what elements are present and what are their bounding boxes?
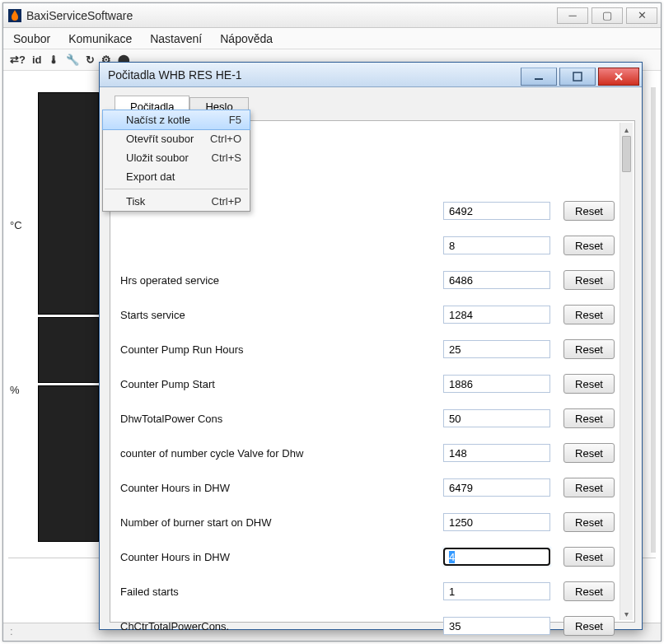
dialog-client: Počitadla Heslo Načíst z kotleF5Otevřít …: [100, 87, 642, 629]
menu-item-label: Export dat: [126, 170, 241, 183]
axis-percent-label: %: [10, 384, 20, 396]
counter-row: Hrs operated serviceReset: [120, 263, 615, 297]
counter-input[interactable]: [443, 271, 550, 289]
counter-label: Starts service: [120, 309, 443, 321]
menu-soubor[interactable]: Soubor: [13, 32, 50, 45]
counter-rows: ResetResetHrs operated serviceResetStart…: [120, 195, 615, 643]
menu-item[interactable]: Otevřít souborCtrl+O: [103, 129, 250, 148]
menu-item-label: Otevřít soubor: [126, 133, 210, 145]
reset-button[interactable]: Reset: [563, 305, 615, 324]
toolbar-conn-icon[interactable]: ⇄?: [10, 54, 26, 66]
counter-label: Counter Pump Start: [120, 378, 443, 390]
counter-row: Counter Pump Run HoursReset: [120, 332, 615, 366]
reset-button[interactable]: Reset: [563, 201, 615, 221]
counter-input[interactable]: [443, 375, 550, 393]
menu-item-accel: Ctrl+S: [212, 152, 241, 164]
tab-dropdown-menu: Načíst z kotleF5Otevřít souborCtrl+OUlož…: [102, 110, 250, 212]
dialog-titlebar[interactable]: Počitadla WHB RES HE-1: [100, 63, 642, 87]
menu-item-label: Načíst z kotle: [126, 114, 229, 126]
counter-input[interactable]: [443, 478, 550, 497]
scroll-down-icon[interactable]: ▾: [620, 607, 633, 620]
counter-row: DhwTotalPower ConsReset: [120, 401, 615, 436]
counter-input[interactable]: [443, 617, 550, 635]
menu-item[interactable]: Načíst z kotleF5: [102, 110, 250, 130]
toolbar-refresh-icon[interactable]: ↻: [86, 54, 95, 66]
counter-label: Failed starts: [120, 586, 443, 598]
menu-item-label: Tisk: [126, 195, 212, 208]
menu-item-accel: Ctrl+O: [210, 133, 241, 145]
reset-button[interactable]: Reset: [563, 616, 615, 636]
reset-button[interactable]: Reset: [563, 374, 615, 394]
counter-row: Counter Hours in DHWReset: [120, 539, 615, 574]
app-icon: [8, 9, 21, 22]
reset-button[interactable]: Reset: [563, 478, 615, 497]
svg-rect-1: [573, 72, 582, 81]
menu-separator: [105, 189, 248, 189]
counter-input[interactable]: [443, 409, 550, 427]
toolbar-tool-icon[interactable]: 🔧: [66, 54, 79, 66]
tabpage-scrollbar[interactable]: ▴ ▾: [620, 123, 633, 620]
menu-nastaveni[interactable]: Nastavení: [150, 32, 202, 45]
counter-input[interactable]: [443, 513, 550, 531]
main-maximize-button[interactable]: ▢: [592, 7, 623, 24]
reset-button[interactable]: Reset: [563, 339, 615, 359]
reset-button[interactable]: Reset: [563, 512, 615, 532]
menu-komunikace[interactable]: Komunikace: [68, 32, 132, 45]
counter-label: Counter Hours in DHW: [120, 551, 443, 563]
menu-item-label: Uložit soubor: [126, 152, 212, 164]
toolbar-id-icon[interactable]: id: [32, 54, 42, 66]
dialog-maximize-button[interactable]: [559, 68, 596, 86]
counter-input[interactable]: [443, 202, 550, 220]
dialog-minimize-button[interactable]: [521, 68, 557, 86]
counter-row: Number of burner start on DHWReset: [120, 505, 615, 539]
main-window-title: BaxiServiceSoftware: [26, 9, 554, 22]
main-scrollbar[interactable]: [651, 87, 656, 553]
menu-napoveda[interactable]: Nápověda: [220, 32, 273, 45]
reset-button[interactable]: Reset: [563, 270, 615, 290]
counter-row: Starts serviceReset: [120, 297, 615, 332]
menu-item[interactable]: Export dat: [103, 167, 250, 186]
main-menubar: Soubor Komunikace Nastavení Nápověda: [3, 28, 661, 49]
svg-rect-0: [535, 78, 543, 80]
main-titlebar[interactable]: BaxiServiceSoftware ─ ▢ ✕: [3, 3, 661, 28]
counter-input[interactable]: [443, 444, 550, 462]
gauge-block-2: [38, 317, 99, 383]
toolbar-temp-icon[interactable]: 🌡: [49, 54, 59, 66]
scroll-thumb[interactable]: [622, 136, 631, 172]
main-close-button[interactable]: ✕: [626, 7, 657, 24]
counter-input[interactable]: [443, 306, 550, 324]
menu-item[interactable]: Uložit souborCtrl+S: [103, 148, 250, 167]
counter-row: Counter Pump StartReset: [120, 366, 615, 401]
reset-button[interactable]: Reset: [563, 547, 615, 567]
counter-label: DhwTotalPower Cons: [120, 413, 443, 425]
counter-label: counter of number cycle Valve for Dhw: [120, 447, 443, 460]
counter-input[interactable]: [443, 236, 550, 254]
reset-button[interactable]: Reset: [563, 581, 615, 601]
counter-label: Counter Hours in DHW: [120, 482, 443, 494]
counter-row: ChCtrTotalPowerCons.Reset: [120, 609, 615, 643]
menu-item[interactable]: TiskCtrl+P: [103, 192, 250, 211]
gauge-block-1: [38, 92, 99, 315]
counter-input[interactable]: [443, 548, 550, 566]
counter-row: Reset: [120, 228, 615, 263]
counter-label: Hrs operated service: [120, 274, 443, 287]
menu-item-accel: F5: [229, 114, 241, 126]
reset-button[interactable]: Reset: [563, 408, 615, 428]
counter-label: Number of burner start on DHW: [120, 516, 443, 529]
axis-celsius-label: °C: [10, 219, 22, 231]
menu-item-accel: Ctrl+P: [212, 195, 241, 208]
dialog-close-button[interactable]: [598, 68, 639, 86]
reset-button[interactable]: Reset: [563, 236, 615, 255]
counter-label: Counter Pump Run Hours: [120, 343, 443, 356]
gauge-block-3: [38, 385, 99, 542]
scroll-up-icon[interactable]: ▴: [620, 123, 633, 136]
reset-button[interactable]: Reset: [563, 443, 615, 463]
counter-row: Counter Hours in DHWReset: [120, 470, 615, 505]
counter-input[interactable]: [443, 582, 550, 600]
counter-row: Failed startsReset: [120, 574, 615, 609]
main-minimize-button[interactable]: ─: [557, 7, 588, 24]
dialog-title: Počitadla WHB RES HE-1: [108, 68, 521, 82]
gauge-column: [38, 92, 99, 542]
counters-dialog: Počitadla WHB RES HE-1 Počitadla Heslo N…: [99, 62, 643, 630]
counter-input[interactable]: [443, 340, 550, 358]
